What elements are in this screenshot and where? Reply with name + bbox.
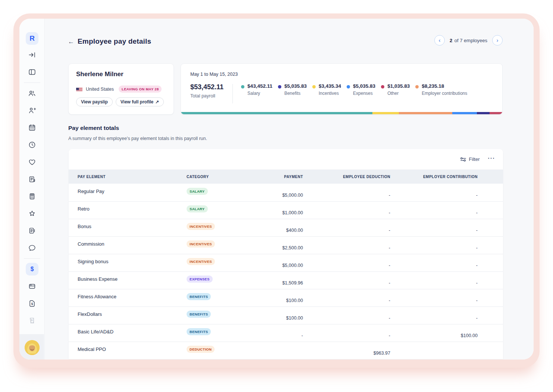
table-row[interactable]: FlexDollars BENEFITS $100.00 - - [69,307,503,324]
avatar-illustration [25,340,40,355]
sidebar: R $$$ [19,19,45,360]
legend-item: $43,452.11 Salary [241,83,272,96]
more-options-button[interactable]: ··· [488,156,496,162]
sidebar-item-file-dollar-icon[interactable]: $ [26,298,38,309]
bar-segment-benefits [477,112,490,114]
sidebar-item-calculator-icon[interactable] [26,191,38,202]
sidebar-item-receipt-icon[interactable]: $ [26,315,38,326]
category-badge: INCENTIVES [187,240,215,248]
leaving-status-badge: LEAVING ON MAY 28 [119,85,162,93]
calculator-icon [28,192,36,200]
table-row[interactable]: Fitness Allowance BENEFITS $100.00 - - [69,289,503,307]
category-badge: DEDUCTION [187,346,215,353]
employee-deduction-value: $963.97 [374,351,390,356]
employer-contribution-value: - [476,193,478,198]
svg-text:$: $ [31,318,32,322]
clipboard-icon [28,175,36,183]
view-full-profile-button[interactable]: View full profile ↗ [116,97,164,106]
category-badge: INCENTIVES [187,258,215,265]
filter-label: Filter [469,156,480,162]
category-badge: BENEFITS [187,293,211,300]
app-logo[interactable]: R [26,32,38,45]
total-payroll-label: Total payroll [190,93,224,99]
payment-value: $1,509.96 [282,280,303,286]
category-badge: SALARY [187,205,208,212]
sidebar-item-calendar-icon[interactable] [26,122,38,133]
table-row[interactable]: Retro SALARY $1,000.00 - - [69,201,503,219]
table-row[interactable]: Basic Life/AD&D BENEFITS - - $100.00 [69,324,503,342]
legend-label: Expenses [353,91,375,96]
page-background: R $$$ [0,0,553,392]
external-link-icon: ↗ [155,99,159,105]
legend-label: Other [387,91,410,96]
employer-contribution-value: $100.00 [461,333,478,338]
pay-element-name: FlexDollars [78,311,102,317]
main-content: ← Employee pay details ‹ 2 of 7 employee… [45,19,534,360]
pay-element-name: Fitness Allowance [78,294,116,299]
legend-dot [381,85,384,88]
pay-element-name: Basic Life/AD&D [78,329,113,335]
summary-divider [232,84,233,103]
filter-icon [460,157,466,162]
total-payroll-block: $53,452.11 Total payroll [190,83,224,99]
sidebar-item-user-plus-icon[interactable] [26,105,38,116]
employee-deduction-value: - [389,245,390,251]
filter-button[interactable]: Filter [460,156,480,162]
sidebar-item-panel-left-icon[interactable] [26,67,38,77]
employee-deduction-value: - [389,193,390,198]
view-payslip-button[interactable]: View payslip [76,97,113,106]
sidebar-footer [19,334,44,360]
sidebar-item-wallet-icon[interactable] [26,281,38,292]
back-button[interactable]: ← [68,38,74,46]
employee-deduction-value: - [389,210,390,215]
pagination-suffix: of 7 employees [454,38,487,43]
next-employee-button[interactable]: › [492,35,503,46]
sidebar-item-star-icon[interactable] [26,208,38,219]
bar-segment-expenses [452,112,477,114]
pagination-label: 2 of 7 employees [450,38,487,43]
sidebar-divider [24,258,40,259]
pay-element-name: Retro [78,206,90,212]
sidebar-item-clipboard-icon[interactable] [26,174,38,184]
table-row[interactable]: Medical PPO DEDUCTION $963.97 [69,342,503,359]
employer-contribution-value: - [476,210,478,215]
arrow-to-line-icon [28,51,36,59]
pay-element-name: Commission [78,241,104,247]
summary-row: $53,452.11 Total payroll $43,452.11 Sala… [190,83,496,103]
sidebar-nav: $$$ [19,50,45,326]
table-row[interactable]: Bonus INCENTIVES $400.00 - - [69,219,503,236]
payment-value: $5,000.00 [282,263,303,268]
employee-card: Sherlene Milner United States [68,63,174,115]
employer-contribution-value: - [476,245,478,251]
pay-element-name: Medical PPO [78,346,106,352]
panel-left-icon [28,68,36,76]
table-row[interactable]: Business Expense EXPENSES $1,509.96 - - [69,271,503,289]
sidebar-item-users-icon[interactable] [26,88,38,99]
table-row[interactable]: Regular Pay SALARY $5,000.00 - - [69,184,503,201]
previous-employee-button[interactable]: ‹ [434,35,445,46]
sidebar-item-notes-icon[interactable] [26,225,38,236]
pay-element-name: Business Expense [78,276,118,282]
user-avatar[interactable] [25,340,40,355]
receipt-icon: $ [28,317,36,325]
sidebar-item-arrow-to-line-icon[interactable] [26,50,38,60]
table-row[interactable]: Signing bonus INCENTIVES $5,000.00 - - [69,254,503,271]
calendar-icon [28,124,36,132]
employee-deduction-value: - [389,228,390,233]
sidebar-item-chat-icon[interactable] [26,243,38,253]
employee-deduction-value: - [389,315,390,321]
bar-segment-other [490,112,502,114]
app-window: R $$$ [19,19,534,360]
category-badge: BENEFITS [187,311,211,318]
sidebar-item-heart-icon[interactable] [26,157,38,167]
category-badge: SALARY [187,188,208,195]
view-full-profile-label: View full profile [121,99,153,105]
payment-value: $100.00 [286,298,303,303]
svg-text:$: $ [31,266,34,272]
sidebar-item-dollar-icon[interactable]: $ [26,263,38,276]
legend-item: $3,435.34 Incentives [312,83,341,96]
table-row[interactable]: Commission INCENTIVES $2,500.00 - - [69,236,503,254]
app-logo-letter: R [29,34,35,43]
sidebar-item-clock-icon[interactable] [26,140,38,150]
user-plus-icon [28,106,36,115]
